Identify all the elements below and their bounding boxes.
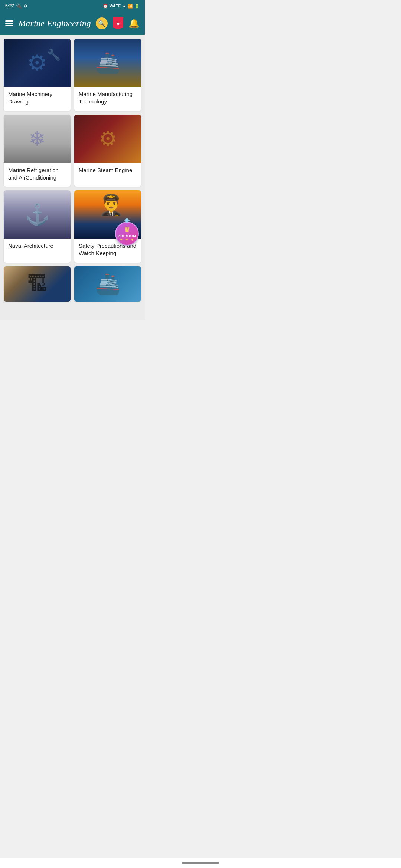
card-partial-2[interactable] (74, 266, 141, 302)
app-bar-icons: 🔍 ★ 🔔 (96, 17, 140, 29)
alarm-icon: ⏰ (103, 4, 108, 9)
card-naval-architecture[interactable]: Naval Architecture (4, 190, 71, 263)
status-icons-area: ⏰ VoLTE ▲ 📶 🔋 (103, 4, 140, 9)
bell-icon: 🔔 (128, 18, 140, 28)
premium-label: PREMIUM (118, 234, 136, 238)
card-marine-refrigeration[interactable]: Marine Refrigeration and AirConditioning (4, 115, 71, 187)
signal1-icon: 📶 (128, 4, 133, 9)
notification-button[interactable]: 🔔 (128, 18, 140, 29)
volte-icon: VoLTE (110, 4, 121, 8)
cards-grid: Marine Machinery Drawing Marine Manufact… (0, 35, 145, 266)
premium-badge: PREMIUM ✦ ✦ ✦ (115, 222, 139, 246)
card-marine-manufacturing-technology[interactable]: Marine Manufacturing Technology (74, 39, 141, 111)
card-partial-image-2 (74, 266, 141, 302)
card-label-steam-engine: Marine Steam Engine (74, 163, 141, 182)
wifi-icon: ▲ (122, 4, 126, 8)
circle-icon: ⊙ (24, 4, 27, 9)
battery-icon: 🔋 (134, 4, 140, 9)
usb-icon: 🔌 (16, 3, 22, 9)
card-label-naval: Naval Architecture (4, 239, 71, 258)
card-image-ship-build (74, 39, 141, 87)
card-partial-image-1 (4, 266, 71, 302)
card-image-machinery (4, 39, 71, 87)
card-image-refrigeration (4, 115, 71, 163)
status-time: 5:27 (5, 3, 14, 9)
app-bar: Marine Engineering 🔍 ★ 🔔 (0, 12, 145, 35)
card-marine-steam-engine[interactable]: Marine Steam Engine (74, 115, 141, 187)
card-safety-precautions[interactable]: Safety Precautions and Watch Keeping PRE… (74, 190, 141, 263)
menu-button[interactable] (5, 20, 13, 26)
bookmark-button[interactable]: ★ (113, 17, 123, 29)
status-time-area: 5:27 🔌 ⊙ (5, 3, 27, 9)
partial-cards-row (0, 266, 145, 320)
card-label-refrigeration: Marine Refrigeration and AirConditioning (4, 163, 71, 187)
app-title: Marine Engineering (13, 19, 96, 29)
card-image-steam-engine (74, 115, 141, 163)
premium-stars: ✦ ✦ ✦ (120, 238, 134, 242)
card-label-manufacturing: Marine Manufacturing Technology (74, 87, 141, 111)
card-label-machinery: Marine Machinery Drawing (4, 87, 71, 111)
card-marine-machinery-drawing[interactable]: Marine Machinery Drawing (4, 39, 71, 111)
card-partial-1[interactable] (4, 266, 71, 302)
status-bar: 5:27 🔌 ⊙ ⏰ VoLTE ▲ 📶 🔋 (0, 0, 145, 12)
card-image-naval (4, 190, 71, 239)
bookmark-icon: ★ (116, 21, 120, 26)
search-button[interactable]: 🔍 (96, 17, 108, 29)
search-icon: 🔍 (98, 20, 105, 27)
